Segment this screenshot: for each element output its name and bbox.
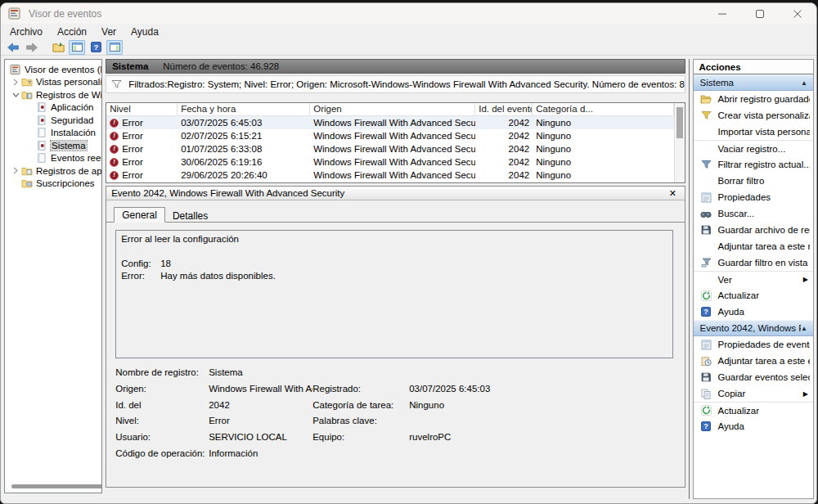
open-saved-log-icon <box>52 42 65 52</box>
error-icon: ! <box>110 158 119 167</box>
action-pane-toggle-button[interactable] <box>106 40 123 55</box>
log-title: Sistema <box>112 61 148 71</box>
console-tree-toggle-button[interactable] <box>69 40 85 55</box>
action-guardar-eventos-seleccionados[interactable]: Guardar eventos seleccionados... <box>694 369 813 385</box>
detail-header: Evento 2042, Windows Firewall With Advan… <box>106 187 685 200</box>
properties-icon <box>699 191 712 203</box>
filter-icon <box>111 79 122 89</box>
collapse-icon[interactable]: ▲ <box>801 79 807 87</box>
tree-item-registros-de-windows[interactable]: Registros de Windows <box>5 88 101 101</box>
event-row[interactable]: !Error 29/06/2025 20:26:40 Windows Firew… <box>106 169 674 182</box>
close-icon <box>793 10 802 18</box>
tree-item-seguridad[interactable]: Seguridad <box>5 114 101 127</box>
event-fields: Nombre de registro:Sistema Origen:Window… <box>115 367 673 465</box>
task-icon <box>699 355 712 367</box>
action-ver[interactable]: Ver ▶ <box>694 271 813 287</box>
action-propiedades-de-evento[interactable]: Propiedades de evento <box>694 336 813 353</box>
action-adjuntar-tarea-evento[interactable]: Adjuntar tarea a este evento... <box>694 353 813 369</box>
menu-accion[interactable]: Acción <box>50 25 94 38</box>
action-vaciar-registro[interactable]: Vaciar registro... <box>694 140 813 156</box>
save-icon <box>699 371 712 383</box>
event-row[interactable]: !Error 02/07/2025 6:15:21 Windows Firewa… <box>106 129 674 142</box>
action-ayuda-evento[interactable]: ? Ayuda <box>694 418 813 434</box>
action-borrar-filtro[interactable]: Borrar filtro <box>694 173 813 189</box>
error-icon: ! <box>110 132 119 141</box>
actions-section-sistema[interactable]: Sistema ▲ <box>694 74 813 91</box>
event-properties-icon <box>699 339 712 350</box>
action-propiedades[interactable]: Propiedades <box>694 189 813 205</box>
tab-detalles[interactable]: Detalles <box>165 207 215 223</box>
tree-item-suscripciones[interactable]: Suscripciones <box>5 178 101 191</box>
action-importar-vista-personalizada[interactable]: Importar vista personalizada... <box>694 124 813 140</box>
log-icon <box>36 102 47 112</box>
menu-ver[interactable]: Ver <box>94 25 124 38</box>
pane-splitter[interactable] <box>689 59 690 499</box>
detail-tabs: General Detalles <box>106 200 685 223</box>
tree-item-root[interactable]: Visor de eventos (local) <box>5 63 101 76</box>
event-row[interactable]: !Error 03/07/2025 6:45:03 Windows Firewa… <box>106 116 674 129</box>
windows-logs-folder-icon <box>21 90 33 100</box>
event-row[interactable]: !Error 30/06/2025 6:19:16 Windows Firewa… <box>106 155 674 169</box>
action-actualizar[interactable]: Actualizar <box>694 287 813 304</box>
main-area: Visor de eventos (local) Vistas personal… <box>1 56 816 502</box>
table-vertical-scrollbar[interactable] <box>674 103 685 182</box>
submenu-arrow-icon: ▶ <box>803 276 808 283</box>
column-origen[interactable]: Origen <box>310 103 475 115</box>
tree-item-vistas-personalizadas[interactable]: Vistas personalizadas <box>5 76 101 89</box>
collapse-icon[interactable]: ▲ <box>801 325 807 332</box>
svg-text:?: ? <box>93 43 98 52</box>
column-nivel[interactable]: Nivel <box>106 103 178 115</box>
event-message-box[interactable]: Error al leer la configuración Config: 1… <box>115 230 673 358</box>
column-id-evento[interactable]: Id. del evento <box>475 103 533 115</box>
table-header: Nivel Fecha y hora Origen Id. del evento… <box>106 103 674 116</box>
console-tree-pane: Visor de eventos (local) Vistas personal… <box>4 59 102 493</box>
actions-section-evento[interactable]: Evento 2042, Windows Firewall With Ad...… <box>694 320 813 336</box>
action-crear-vista-personalizada[interactable]: Crear vista personalizada... <box>694 107 813 124</box>
action-actualizar-evento[interactable]: Actualizar <box>694 402 813 418</box>
open-saved-log-button[interactable] <box>50 40 66 55</box>
tree-item-registros-aplicaciones[interactable]: Registros de aplicaciones y servicios <box>5 164 101 178</box>
tree-item-aplicacion[interactable]: Aplicación <box>5 101 101 115</box>
chevron-right-icon[interactable] <box>10 167 21 174</box>
action-guardar-filtro-vista[interactable]: Guardar filtro en vista personalizad... <box>694 254 813 271</box>
chevron-down-icon[interactable] <box>10 92 21 97</box>
copy-icon <box>699 388 712 399</box>
scrollbar-thumb[interactable] <box>676 107 683 138</box>
action-adjuntar-tarea-registro[interactable]: Adjuntar tarea a este registro... <box>694 238 813 254</box>
action-filtrar-registro-actual[interactable]: Filtrar registro actual... <box>694 156 813 173</box>
action-buscar[interactable]: Buscar... <box>694 205 813 222</box>
back-button[interactable] <box>5 40 21 55</box>
minimize-button[interactable] <box>703 3 741 24</box>
error-icon: ! <box>110 171 119 180</box>
action-abrir-registro-guardado[interactable]: Abrir registro guardado... <box>694 91 813 107</box>
tree-horizontal-scrollbar[interactable] <box>6 481 101 492</box>
custom-views-folder-icon <box>21 77 33 87</box>
tree-item-instalacion[interactable]: Instalación <box>5 127 101 140</box>
tree-item-eventos-reenviados[interactable]: Eventos reenviados <box>5 152 101 165</box>
actions-title: Acciones <box>694 60 813 74</box>
save-filter-icon <box>699 257 712 268</box>
action-guardar-archivo-registro-filtrado[interactable]: Guardar archivo de registro filtrado... <box>694 222 813 238</box>
forward-button[interactable] <box>24 40 40 55</box>
maximize-button[interactable] <box>741 3 779 24</box>
detail-tab-panel: Error al leer la configuración Config: 1… <box>106 222 685 487</box>
column-categoria[interactable]: Categoría d... <box>533 103 674 115</box>
scrollbar-thumb[interactable] <box>11 484 102 488</box>
help-button[interactable]: ? <box>88 40 104 55</box>
tab-general[interactable]: General <box>114 207 165 223</box>
action-ayuda[interactable]: ? Ayuda <box>694 304 813 320</box>
event-row[interactable]: !Error 01/07/2025 6:33:08 Windows Firewa… <box>106 142 674 155</box>
detail-close-button[interactable]: ✕ <box>666 188 680 199</box>
create-view-filter-icon <box>699 110 712 121</box>
field-row: Nombre de registro:Sistema <box>115 367 673 384</box>
action-copiar[interactable]: Copiar ▶ <box>694 385 813 402</box>
menu-archivo[interactable]: Archivo <box>2 25 50 38</box>
chevron-right-icon[interactable] <box>10 79 21 86</box>
close-button[interactable] <box>779 3 816 24</box>
submenu-arrow-icon: ▶ <box>803 390 808 398</box>
tree-item-sistema[interactable]: Sistema <box>5 139 101 152</box>
event-viewer-icon <box>10 65 21 74</box>
menu-ayuda[interactable]: Ayuda <box>124 25 166 38</box>
help-icon: ? <box>91 42 101 52</box>
column-fecha[interactable]: Fecha y hora <box>178 103 310 115</box>
